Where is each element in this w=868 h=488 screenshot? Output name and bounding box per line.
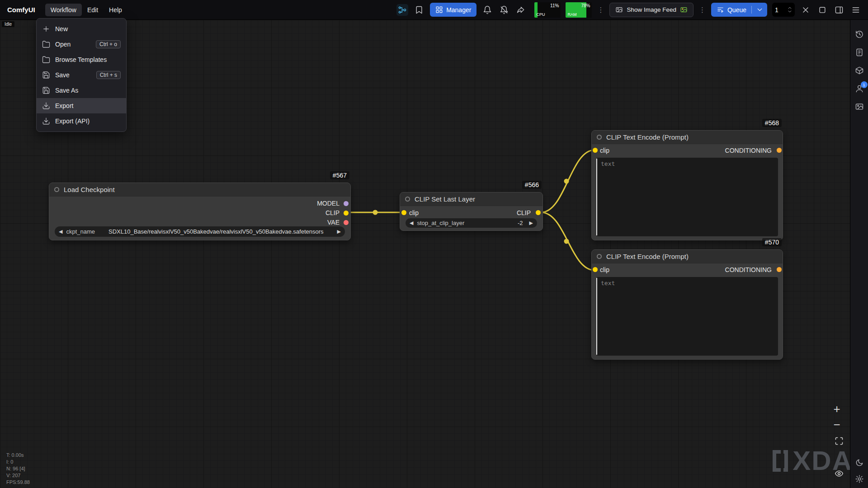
- input-label-clip: clip: [600, 266, 609, 274]
- node-title: Load Checkpoint: [64, 186, 115, 193]
- chevron-up-icon[interactable]: [788, 6, 792, 9]
- app-logo: ComfyUI: [4, 6, 39, 14]
- output-label-clip: CLIP: [326, 209, 340, 217]
- chevron-down-icon[interactable]: [788, 10, 792, 13]
- output-slot-model[interactable]: [344, 201, 349, 206]
- output-slot-vae[interactable]: [344, 220, 349, 225]
- folder-open-icon: [42, 40, 50, 48]
- collapse-dot-icon[interactable]: [54, 187, 59, 192]
- history-icon[interactable]: [855, 30, 864, 39]
- notification-badge: 1: [861, 81, 868, 88]
- stat-line: FPS:59.88: [6, 479, 30, 486]
- queue-divider: [751, 6, 752, 14]
- prompt-text-input[interactable]: [596, 277, 778, 356]
- workflow-dropdown-menu: New Open Ctrl + o Browse Templates Save …: [36, 18, 127, 132]
- batch-stepper[interactable]: [788, 6, 792, 13]
- node-header[interactable]: CLIP Set Last Layer: [400, 192, 542, 206]
- menu-workflow[interactable]: Workflow: [45, 4, 82, 16]
- fit-view-button[interactable]: [832, 436, 846, 447]
- panel-toggle-icon[interactable]: [833, 4, 845, 16]
- collapse-dot-icon[interactable]: [597, 135, 602, 140]
- canvas-stats: T: 0.00s I: 0 N: 96 [4] V: 207 FPS:59.88: [6, 452, 30, 486]
- widget-value: SDXL10_Base/realvisxlV50_v50Bakedvae/rea…: [99, 228, 333, 235]
- cpu-label: CPU: [536, 12, 545, 17]
- output-slot-clip[interactable]: [344, 211, 349, 216]
- workflows-icon[interactable]: [396, 4, 408, 16]
- node-header[interactable]: CLIP Text Encode (Prompt): [592, 131, 783, 144]
- theme-moon-icon[interactable]: [855, 458, 864, 467]
- queue-button[interactable]: Queue: [711, 3, 767, 17]
- toolbar-divider-dots: ⋮: [698, 6, 706, 14]
- user-icon[interactable]: 1: [855, 84, 864, 93]
- interrupt-close-icon[interactable]: [800, 4, 811, 16]
- menu-item-export[interactable]: Export: [37, 98, 126, 113]
- collapse-dot-icon[interactable]: [597, 254, 602, 259]
- node-clip-set-last-layer[interactable]: #566 CLIP Set Last Layer clip CLIP ◀ sto…: [400, 192, 543, 231]
- output-label-model: MODEL: [317, 199, 340, 207]
- widget-value: -2: [468, 220, 525, 226]
- menu-item-label: Open: [55, 41, 91, 48]
- share-icon[interactable]: [515, 4, 527, 16]
- manager-label: Manager: [446, 6, 471, 14]
- widget-prev-icon[interactable]: ◀: [59, 229, 62, 235]
- comfyui-app: Idle #567 Load Checkpoint MODEL CLIP VAE…: [0, 0, 868, 488]
- input-slot-clip[interactable]: [401, 210, 406, 215]
- gallery-icon[interactable]: [855, 102, 864, 111]
- right-sidebar: 1: [850, 20, 868, 488]
- node-id-label: #568: [762, 119, 782, 127]
- input-slot-clip[interactable]: [593, 267, 598, 272]
- download-icon: [42, 102, 50, 110]
- menu-edit[interactable]: Edit: [82, 4, 104, 16]
- output-slot-conditioning[interactable]: [777, 267, 782, 272]
- zoom-in-button[interactable]: +: [830, 402, 844, 416]
- output-slot-conditioning[interactable]: [777, 148, 782, 153]
- input-slot-clip[interactable]: [593, 148, 598, 153]
- prompt-text-input[interactable]: [596, 158, 778, 236]
- input-label-clip: clip: [600, 146, 609, 155]
- node-load-checkpoint[interactable]: #567 Load Checkpoint MODEL CLIP VAE ◀ ck…: [49, 183, 351, 240]
- stop-square-icon[interactable]: [816, 4, 828, 16]
- collapse-dot-icon[interactable]: [405, 197, 410, 202]
- stop-at-clip-layer-widget[interactable]: ◀ stop_at_clip_layer -2 ▶: [406, 218, 537, 228]
- menu-item-save-as[interactable]: Save As: [37, 83, 126, 98]
- widget-next-icon[interactable]: ▶: [529, 220, 533, 226]
- node-header[interactable]: Load Checkpoint: [49, 183, 350, 197]
- menu-item-open[interactable]: Open Ctrl + o: [37, 37, 126, 52]
- settings-gear-icon[interactable]: [855, 474, 864, 483]
- stat-line: I: 0: [6, 459, 30, 465]
- node-header[interactable]: CLIP Text Encode (Prompt): [592, 250, 783, 263]
- chevron-down-icon[interactable]: [756, 6, 764, 14]
- batch-count-input[interactable]: 1: [772, 3, 795, 17]
- menu-item-export-api[interactable]: Export (API): [37, 113, 126, 129]
- plus-icon: [42, 25, 50, 33]
- menu-help[interactable]: Help: [104, 4, 127, 16]
- manager-button[interactable]: Manager: [430, 3, 476, 17]
- ckpt-name-widget[interactable]: ◀ ckpt_name SDXL10_Base/realvisxlV50_v50…: [55, 226, 345, 237]
- menu-item-browse-templates[interactable]: Browse Templates: [37, 52, 126, 67]
- menu-item-save[interactable]: Save Ctrl + s: [37, 67, 126, 83]
- ram-percent: 78%: [581, 3, 590, 8]
- node-list-icon[interactable]: [855, 48, 864, 57]
- menu-item-new[interactable]: New: [37, 21, 126, 37]
- show-image-feed-button[interactable]: Show Image Feed: [609, 3, 693, 17]
- stat-line: T: 0.00s: [6, 452, 30, 459]
- zoom-out-button[interactable]: −: [830, 418, 844, 432]
- output-label-clip: CLIP: [517, 209, 531, 217]
- cpu-percent: 11%: [550, 3, 559, 8]
- cpu-monitor: 11% CPU: [534, 2, 561, 18]
- menu-item-label: Save As: [55, 87, 121, 94]
- output-label-vae: VAE: [327, 218, 340, 226]
- model-library-icon[interactable]: [855, 66, 864, 75]
- hamburger-menu-icon[interactable]: [850, 4, 862, 16]
- widget-next-icon[interactable]: ▶: [337, 229, 341, 235]
- folder-icon: [42, 56, 50, 64]
- bell-icon[interactable]: [481, 4, 493, 16]
- widget-prev-icon[interactable]: ◀: [410, 220, 413, 226]
- toggle-visibility-eye-icon[interactable]: [832, 469, 846, 480]
- bell-mute-icon[interactable]: [498, 4, 510, 16]
- node-clip-text-encode-bottom[interactable]: #570 CLIP Text Encode (Prompt) clip COND…: [591, 249, 783, 360]
- bookmark-icon[interactable]: [413, 4, 425, 16]
- save-as-icon: [42, 86, 50, 94]
- output-slot-clip[interactable]: [536, 210, 541, 215]
- node-clip-text-encode-top[interactable]: #568 CLIP Text Encode (Prompt) clip COND…: [591, 130, 783, 240]
